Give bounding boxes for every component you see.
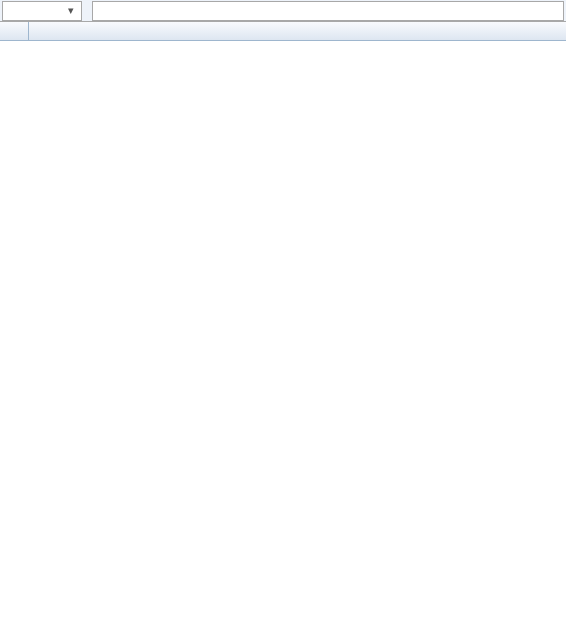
dropdown-arrow-icon[interactable]: ▾ xyxy=(63,4,79,17)
column-headers xyxy=(0,22,566,41)
formula-input[interactable] xyxy=(92,1,564,21)
spreadsheet-grid xyxy=(0,22,566,41)
name-box[interactable]: ▾ xyxy=(2,1,82,21)
formula-bar: ▾ xyxy=(0,0,566,22)
select-all-corner[interactable] xyxy=(0,22,29,40)
